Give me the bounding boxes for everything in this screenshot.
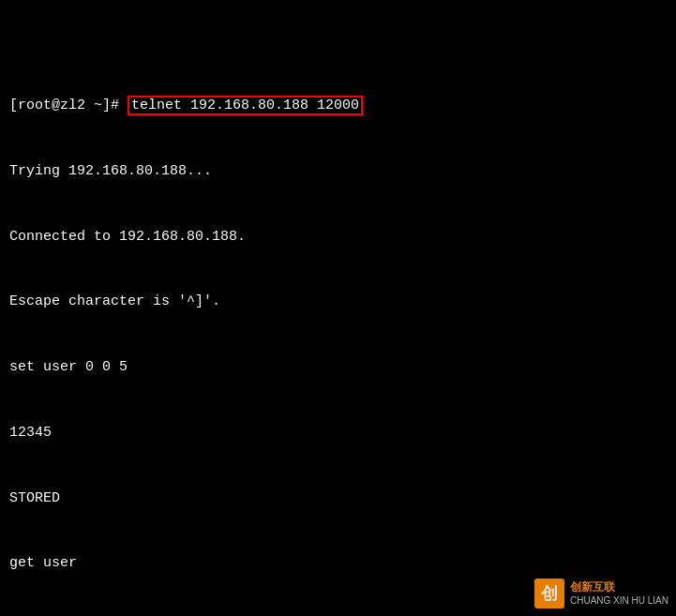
- svg-text:创: 创: [540, 584, 558, 603]
- terminal-line: Escape character is '^]'.: [9, 291, 667, 312]
- terminal-line: set user 0 0 5: [9, 356, 667, 378]
- terminal-line: Connected to 192.168.80.188.: [9, 226, 667, 248]
- command-highlight: telnet 192.168.80.188 12000: [128, 96, 363, 115]
- terminal-line: get user: [9, 552, 667, 574]
- terminal-line: STORED: [9, 488, 667, 509]
- terminal: [root@zl2 ~]# telnet 192.168.80.188 1200…: [0, 0, 676, 616]
- terminal-line: [root@zl2 ~]# telnet 192.168.80.188 1200…: [9, 95, 667, 116]
- terminal-line: Trying 192.168.80.188...: [9, 160, 667, 182]
- brand-logo-icon: 创: [534, 578, 564, 608]
- watermark: 创 创新互联 CHUANG XIN HU LIAN: [534, 578, 668, 608]
- brand-text: 创新互联 CHUANG XIN HU LIAN: [570, 580, 668, 608]
- brand-name-cn: 创新互联: [570, 580, 668, 595]
- terminal-line: 12345: [9, 422, 667, 443]
- prompt: [root@zl2 ~]#: [9, 98, 128, 113]
- brand-name-en: CHUANG XIN HU LIAN: [570, 594, 668, 607]
